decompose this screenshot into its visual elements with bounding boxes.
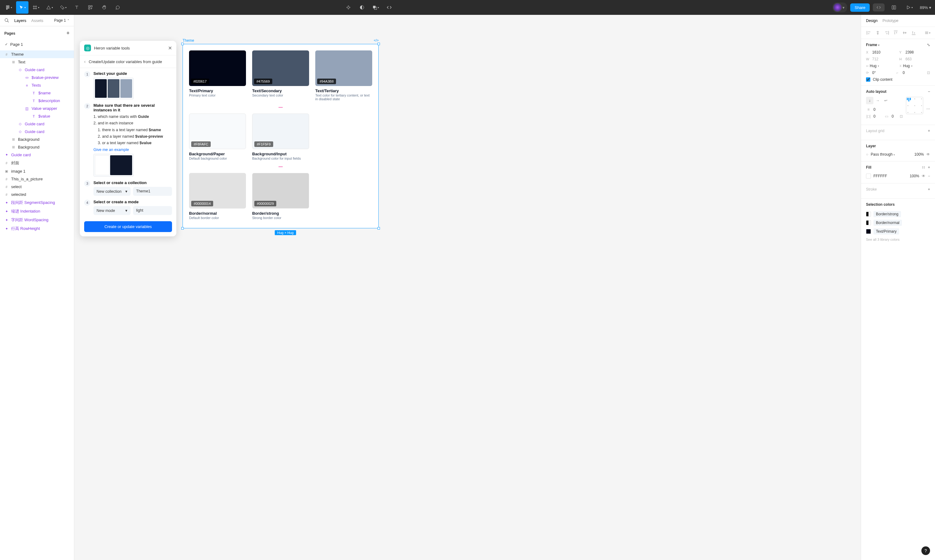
create-variables-button[interactable]: Create or update variables bbox=[84, 221, 172, 232]
library-icon[interactable] bbox=[888, 1, 900, 14]
guide-card[interactable]: #020617Text/PrimaryPrimary text color bbox=[189, 51, 246, 101]
fill-hex-input[interactable]: FFFFFF bbox=[873, 174, 887, 178]
move-tool[interactable]: ▾ bbox=[16, 1, 28, 14]
layer-row[interactable]: ✦Guide card bbox=[0, 151, 74, 159]
layer-row[interactable]: ◇Guide card bbox=[0, 120, 74, 128]
guide-card[interactable]: #F1F5F9Background/InputBackground color … bbox=[252, 114, 309, 160]
components-icon[interactable] bbox=[342, 1, 355, 14]
align-vcenter-icon[interactable] bbox=[901, 29, 909, 36]
align-more-icon[interactable]: ▾ bbox=[923, 29, 931, 36]
add-stroke-icon[interactable]: + bbox=[928, 187, 930, 192]
back-icon[interactable]: ‹ bbox=[84, 59, 86, 64]
layer-opacity-input[interactable]: 100% bbox=[914, 152, 924, 157]
selection-handle[interactable] bbox=[181, 227, 184, 229]
user-avatar[interactable]: ▾ bbox=[833, 3, 847, 12]
h-input[interactable]: 663 bbox=[906, 57, 912, 61]
layer-row[interactable]: #This_is_a_picture bbox=[0, 175, 74, 183]
independent-corners-icon[interactable]: ⊡ bbox=[927, 71, 930, 75]
align-hcenter-icon[interactable] bbox=[874, 29, 882, 36]
add-layoutgrid-icon[interactable]: + bbox=[928, 129, 930, 133]
pad-v-input[interactable]: 0 bbox=[892, 114, 894, 118]
guide-card[interactable]: #F8FAFCBackground/PaperDefault backgroun… bbox=[189, 114, 246, 160]
layer-row[interactable]: ▣image 1 bbox=[0, 168, 74, 175]
selection-color-item[interactable]: Border/strong bbox=[866, 210, 930, 218]
frame-label[interactable]: Theme bbox=[183, 38, 194, 43]
tab-assets[interactable]: Assets bbox=[31, 18, 43, 23]
alignment-grid[interactable] bbox=[906, 97, 923, 114]
autolayout-more-icon[interactable]: ⋯ bbox=[926, 107, 930, 111]
resize-to-fit-icon[interactable]: ⤡ bbox=[927, 43, 930, 47]
tab-prototype[interactable]: Prototype bbox=[883, 18, 898, 23]
remove-autolayout-icon[interactable]: − bbox=[928, 89, 930, 94]
x-input[interactable]: 1610 bbox=[872, 50, 881, 54]
layer-row[interactable]: ✦段间距 SegmentSpacing bbox=[0, 198, 74, 207]
comment-tool[interactable] bbox=[111, 1, 124, 14]
layer-row[interactable]: T$description bbox=[0, 97, 74, 105]
frame-dev-icon[interactable]: </> bbox=[374, 38, 379, 42]
see-all-colors-link[interactable]: See all 3 library colors bbox=[866, 238, 930, 242]
page-selector[interactable]: Page 1 ⌃ bbox=[54, 18, 69, 23]
devmode-toggle[interactable] bbox=[873, 3, 884, 11]
align-left-icon[interactable] bbox=[865, 29, 873, 36]
layer-row[interactable]: T$name bbox=[0, 89, 74, 97]
present-button[interactable]: ▾ bbox=[903, 1, 915, 14]
layer-row[interactable]: ◇Guide card bbox=[0, 128, 74, 135]
visibility-icon[interactable]: 👁 bbox=[922, 174, 926, 178]
selection-color-item[interactable]: Text/Primary bbox=[866, 227, 930, 236]
selection-handle[interactable] bbox=[377, 227, 380, 229]
align-bottom-icon[interactable] bbox=[910, 29, 918, 36]
layer-row[interactable]: ⊞Background bbox=[0, 135, 74, 143]
devmode-icon[interactable] bbox=[383, 1, 395, 14]
remove-fill-icon[interactable]: − bbox=[928, 174, 930, 178]
guide-card[interactable]: #475569Text/SecondarySecondary text colo… bbox=[252, 51, 309, 101]
pen-tool[interactable]: ▾ bbox=[57, 1, 69, 14]
collection-name-input[interactable]: Theme1 bbox=[133, 187, 172, 196]
figma-menu[interactable]: ▾ bbox=[3, 1, 15, 14]
layer-row[interactable]: ▭$value-preview bbox=[0, 74, 74, 82]
tab-layers[interactable]: Layers bbox=[14, 18, 26, 23]
fill-styles-icon[interactable]: ∷ bbox=[922, 165, 925, 169]
layer-row[interactable]: ✦缩进 Indentation bbox=[0, 207, 74, 215]
fill-swatch[interactable] bbox=[866, 174, 871, 178]
guide-card[interactable]: #00000014Border/normalDefault border col… bbox=[189, 173, 246, 220]
direction-horizontal[interactable]: → bbox=[874, 97, 881, 104]
pages-header[interactable]: Pages + bbox=[0, 26, 74, 40]
share-button[interactable]: Share bbox=[850, 3, 870, 12]
blend-mode-select[interactable]: Pass through ▾ bbox=[870, 152, 895, 157]
layer-row[interactable]: ⊞Background bbox=[0, 143, 74, 151]
hand-tool[interactable] bbox=[98, 1, 110, 14]
radius-input[interactable]: 0 bbox=[903, 71, 905, 75]
layer-row[interactable]: ≡Texts bbox=[0, 82, 74, 89]
add-fill-icon[interactable]: + bbox=[928, 165, 930, 169]
layer-row[interactable]: #selected bbox=[0, 191, 74, 198]
example-link[interactable]: Give me an example bbox=[94, 148, 129, 152]
page-item[interactable]: ✓ Page 1 bbox=[0, 40, 74, 49]
canvas[interactable]: Theme </> #020617Text/PrimaryPrimary tex… bbox=[74, 15, 861, 560]
rotation-input[interactable]: 0° bbox=[872, 71, 876, 75]
selection-handle[interactable] bbox=[181, 43, 184, 45]
mode-select[interactable]: New mode▾ bbox=[94, 206, 131, 215]
independent-padding-icon[interactable]: ⊡ bbox=[900, 114, 903, 118]
width-resize[interactable]: ›‹ Hug ▾ bbox=[866, 64, 897, 68]
clip-content-checkbox[interactable] bbox=[866, 77, 870, 82]
boolean-icon[interactable]: ▾ bbox=[369, 1, 382, 14]
shape-tool[interactable]: ▾ bbox=[43, 1, 56, 14]
frame-tool[interactable]: ▾ bbox=[30, 1, 42, 14]
align-top-icon[interactable] bbox=[892, 29, 900, 36]
close-icon[interactable]: ✕ bbox=[168, 45, 172, 51]
w-input[interactable]: 712 bbox=[872, 57, 878, 61]
selection-handle[interactable] bbox=[377, 43, 380, 45]
gap-input[interactable]: 0 bbox=[873, 108, 876, 112]
layer-row[interactable]: ◇Guide card bbox=[0, 66, 74, 74]
pad-h-input[interactable]: 0 bbox=[873, 114, 876, 118]
layer-row[interactable]: ✦行高 RowHeight bbox=[0, 224, 74, 233]
text-tool[interactable] bbox=[71, 1, 83, 14]
direction-wrap[interactable]: ↩ bbox=[882, 97, 889, 104]
fill-opacity-input[interactable]: 100% bbox=[910, 174, 919, 178]
resources-tool[interactable] bbox=[84, 1, 97, 14]
selection-color-item[interactable]: Border/normal bbox=[866, 218, 930, 227]
layer-row[interactable]: #Theme bbox=[0, 51, 74, 58]
align-right-icon[interactable] bbox=[883, 29, 891, 36]
direction-vertical[interactable]: ↓ bbox=[866, 97, 873, 104]
tab-design[interactable]: Design bbox=[866, 18, 877, 23]
